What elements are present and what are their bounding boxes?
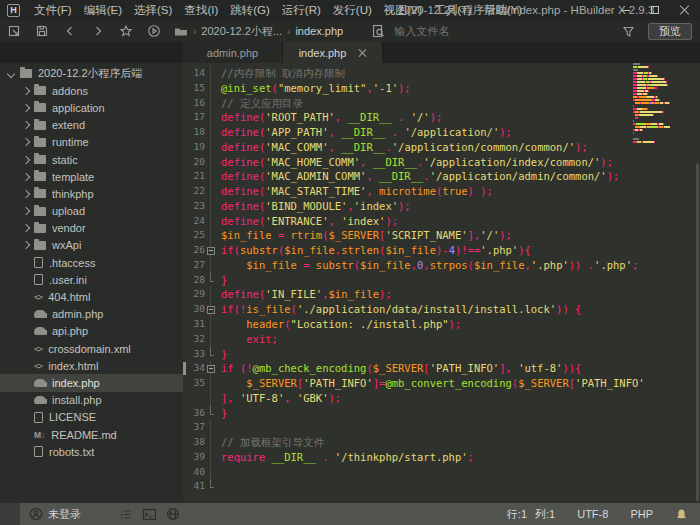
- menu-item-0[interactable]: 文件(F): [28, 0, 78, 20]
- menu-item-1[interactable]: 编辑(E): [78, 0, 128, 20]
- code-line-34[interactable]: 34if (!@mb_check_encoding($_SERVER['PATH…: [183, 361, 645, 376]
- chevron-right-icon[interactable]: [20, 240, 30, 250]
- code-line-21[interactable]: 21define('MAC_ADMIN_COMM', __DIR__.'/app…: [183, 169, 645, 184]
- code-line-17[interactable]: 17define('ROOT_PATH', __DIR__ . '/');: [183, 110, 645, 125]
- outline-button[interactable]: [119, 508, 133, 521]
- scrollbar-thumb[interactable]: [696, 163, 699, 501]
- tree-item-static[interactable]: static: [0, 151, 183, 168]
- chevron-right-icon[interactable]: [20, 86, 30, 96]
- code-line-40[interactable]: 40: [183, 465, 645, 480]
- tree-item-README.md[interactable]: M↓README.md: [0, 426, 183, 443]
- tree-item-upload[interactable]: upload: [0, 203, 183, 220]
- menu-item-3[interactable]: 查找(I): [178, 0, 224, 20]
- save-button[interactable]: [28, 20, 56, 42]
- tab-admin.php[interactable]: admin.php: [183, 42, 283, 63]
- breadcrumb-file[interactable]: index.php: [295, 25, 343, 37]
- tree-item-application[interactable]: application: [0, 99, 183, 116]
- tree-item-404.html[interactable]: <>404.html: [0, 288, 183, 305]
- code-line-15[interactable]: 15@ini_set("memory_limit",'-1');: [183, 81, 645, 96]
- search-input[interactable]: [394, 25, 594, 37]
- run-button[interactable]: [140, 20, 168, 42]
- menu-item-6[interactable]: 发行(U): [327, 0, 378, 20]
- new-file-button[interactable]: [0, 20, 28, 42]
- chevron-right-icon[interactable]: [20, 120, 30, 130]
- code-line-35[interactable]: 35 $_SERVER['PATH_INFO']=@mb_convert_enc…: [183, 376, 645, 391]
- tree-item-admin.php[interactable]: admin.php: [0, 306, 183, 323]
- code-editor[interactable]: 14//内存限制 取消内存限制15@ini_set("memory_limit"…: [183, 63, 700, 503]
- chevron-right-icon[interactable]: [20, 103, 30, 113]
- code-line-39[interactable]: 39require __DIR__ . '/thinkphp/start.php…: [183, 450, 645, 465]
- code-line-38[interactable]: 38// 加载框架引导文件: [183, 435, 645, 450]
- close-button[interactable]: [670, 0, 700, 20]
- chevron-right-icon[interactable]: [20, 137, 30, 147]
- tree-item-template[interactable]: template: [0, 168, 183, 185]
- code-line-41[interactable]: 41: [183, 479, 645, 494]
- code-line-31[interactable]: 31 header("Location: ./install.php");: [183, 317, 645, 332]
- code-line-37[interactable]: 37: [183, 420, 645, 435]
- tree-item-.htaccess[interactable]: .htaccess: [0, 254, 183, 271]
- breadcrumb-project[interactable]: 2020-12.2小程...: [201, 24, 282, 39]
- chevron-down-icon[interactable]: [6, 69, 16, 79]
- filter-button[interactable]: [618, 20, 638, 42]
- code-line-20[interactable]: 20define('MAC_HOME_COMM', __DIR__.'/appl…: [183, 155, 645, 170]
- chevron-right-icon[interactable]: [20, 223, 30, 233]
- favorite-button[interactable]: [112, 20, 140, 42]
- tree-item-addons[interactable]: addons: [0, 82, 183, 99]
- tab-close-icon[interactable]: [358, 49, 366, 57]
- chevron-right-icon[interactable]: [20, 189, 30, 199]
- code-line-22[interactable]: 22define('MAC_START_TIME', microtime(tru…: [183, 184, 645, 199]
- forward-button[interactable]: [84, 20, 112, 42]
- code-line-14[interactable]: 14//内存限制 取消内存限制: [183, 66, 645, 81]
- code-line-25[interactable]: 25$in_file = rtrim($_SERVER['SCRIPT_NAME…: [183, 228, 645, 243]
- fold-gutter[interactable]: [205, 361, 216, 376]
- code-line-18[interactable]: 18define('APP_PATH', __DIR__ . '/applica…: [183, 125, 645, 140]
- tree-item-2020-12.2小程序后端[interactable]: 2020-12.2小程序后端: [0, 65, 183, 82]
- code-line-23[interactable]: 23define('BIND_MODULE','index');: [183, 199, 645, 214]
- tree-item-vendor[interactable]: vendor: [0, 220, 183, 237]
- fold-gutter[interactable]: [205, 243, 216, 258]
- code-line-27[interactable]: 27 $in_file = substr($in_file,0,strpos($…: [183, 258, 645, 273]
- terminal-button[interactable]: [142, 508, 157, 521]
- menu-item-5[interactable]: 运行(R): [276, 0, 327, 20]
- chevron-right-icon[interactable]: [20, 155, 30, 165]
- code-line-36[interactable]: 36}: [183, 406, 645, 421]
- code-line-28[interactable]: 28}: [183, 273, 645, 288]
- preview-button[interactable]: 预览: [648, 23, 692, 40]
- code-line-33[interactable]: 33}: [183, 347, 645, 362]
- cursor-line[interactable]: 行:1: [507, 507, 527, 522]
- tree-item-thinkphp[interactable]: thinkphp: [0, 185, 183, 202]
- chevron-right-icon[interactable]: [20, 172, 30, 182]
- tree-item-extend[interactable]: extend: [0, 117, 183, 134]
- tree-item-index.html[interactable]: <>index.html: [0, 357, 183, 374]
- maximize-button[interactable]: [640, 0, 670, 20]
- cursor-col[interactable]: 列:1: [535, 507, 555, 522]
- code-line-19[interactable]: 19define('MAC_COMM', __DIR__.'/applicati…: [183, 140, 645, 155]
- encoding-indicator[interactable]: UTF-8: [577, 508, 608, 520]
- tree-item-wxApi[interactable]: wxApi: [0, 237, 183, 254]
- code-line-32[interactable]: 32 exit;: [183, 332, 645, 347]
- tree-item-install.php[interactable]: install.php: [0, 392, 183, 409]
- notification-bell-icon[interactable]: [675, 508, 688, 521]
- tab-index.php[interactable]: index.php: [283, 42, 383, 63]
- tree-item-runtime[interactable]: runtime: [0, 134, 183, 151]
- minimap[interactable]: [633, 63, 690, 150]
- chevron-right-icon[interactable]: [20, 206, 30, 216]
- code-line-wrap[interactable]: ], 'UTF-8', 'GBK');: [183, 391, 645, 406]
- fold-gutter[interactable]: [205, 302, 216, 317]
- tree-item-crossdomain.xml[interactable]: <>crossdomain.xml: [0, 340, 183, 357]
- code-line-30[interactable]: 30if(!is_file('./application/data/instal…: [183, 302, 645, 317]
- menu-item-2[interactable]: 选择(S): [128, 0, 178, 20]
- code-line-29[interactable]: 29define('IN_FILE',$in_file);: [183, 287, 645, 302]
- login-status[interactable]: 未登录: [29, 507, 81, 522]
- code-line-16[interactable]: 16// 定义应用目录: [183, 96, 645, 111]
- code-line-26[interactable]: 26if(substr($in_file,strlen($in_file)-4)…: [183, 243, 645, 258]
- tree-item-.user.ini[interactable]: .user.ini: [0, 271, 183, 288]
- tree-item-robots.txt[interactable]: robots.txt: [0, 443, 183, 460]
- tree-item-api.php[interactable]: api.php: [0, 323, 183, 340]
- browser-button[interactable]: [166, 507, 180, 521]
- minimize-button[interactable]: [610, 0, 640, 20]
- file-search-icon[interactable]: [371, 24, 386, 38]
- back-button[interactable]: [56, 20, 84, 42]
- language-indicator[interactable]: PHP: [630, 508, 653, 520]
- tree-item-LICENSE[interactable]: LICENSE: [0, 409, 183, 426]
